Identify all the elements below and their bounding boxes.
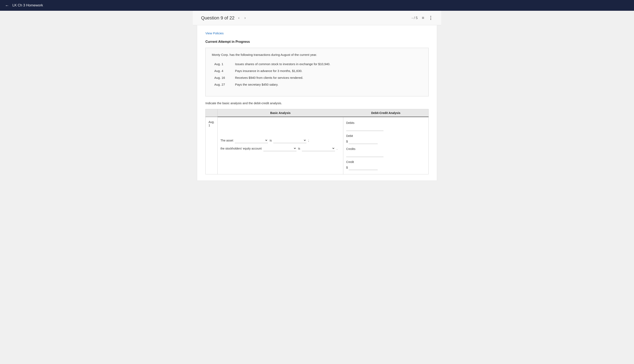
- transaction-desc-1: Issues shares of common stock to investo…: [233, 60, 422, 68]
- top-navigation: ← LK Ch 3 Homework: [0, 0, 634, 11]
- back-icon: ←: [5, 3, 9, 8]
- debit-credit-cell: Debits Debit $: [343, 117, 429, 174]
- credit-label: Credit: [346, 160, 426, 164]
- question-number: Question 9 of 22: [201, 15, 234, 21]
- debit-dollar-wrap: $: [346, 139, 426, 144]
- debit-dollar-sign: $: [346, 140, 348, 143]
- equity-change-select[interactable]: increased decreased: [302, 146, 335, 151]
- aug1-row-label: Aug. 1: [205, 117, 218, 174]
- more-options-icon[interactable]: ⋮: [429, 15, 433, 21]
- indicate-text: Indicate the basic analysis and the debi…: [205, 101, 429, 105]
- debit-label: Debit: [346, 134, 426, 138]
- transaction-desc-3: Receives $940 from clients for services …: [233, 74, 422, 81]
- transaction-table: Aug. 1 Issues shares of common stock to …: [212, 60, 422, 88]
- aug1-equity-row: the stockholders' equity account Common …: [221, 146, 340, 151]
- score-display: - / 5: [412, 16, 418, 20]
- is-label-1: is: [270, 139, 272, 142]
- question-header-left: Question 9 of 22 ‹ ›: [201, 15, 247, 21]
- credits-label: Credits: [346, 147, 426, 150]
- transaction-date-3: Aug. 16: [212, 74, 233, 81]
- credit-amount-input[interactable]: [349, 165, 378, 170]
- transaction-date-4: Aug. 27: [212, 81, 233, 88]
- question-header: Question 9 of 22 ‹ › - / 5 ≡ ⋮: [193, 11, 441, 25]
- credit-dollar-sign: $: [346, 166, 348, 169]
- debits-label: Debits: [346, 121, 426, 124]
- equity-account-select[interactable]: Common Stock Retained Earnings Service R…: [263, 146, 297, 151]
- next-question-button[interactable]: ›: [243, 15, 247, 21]
- credit-dollar-wrap: $: [346, 165, 426, 170]
- is-label-2: is: [298, 147, 300, 150]
- credits-row: Credits: [346, 147, 426, 157]
- view-policies-link[interactable]: View Policies: [205, 32, 429, 35]
- debits-input[interactable]: [346, 126, 383, 131]
- credit-amount-row: Credit $: [346, 160, 426, 170]
- the-asset-label: The asset: [221, 139, 233, 142]
- basic-analysis-cell: The asset Cash Prepaid Insurance Common …: [218, 117, 343, 174]
- analysis-table: Basic Analysis Debit-Credit Analysis Aug…: [205, 109, 429, 174]
- transaction-desc-4: Pays the secretary $450 salary.: [233, 81, 422, 88]
- debit-amount-input[interactable]: [349, 139, 378, 144]
- table-row: Aug. 16 Receives $940 from clients for s…: [212, 74, 422, 81]
- transaction-desc-2: Pays insurance in advance for 3 months, …: [233, 68, 422, 74]
- debit-credit-section: Debits Debit $: [346, 119, 426, 172]
- question-header-right: - / 5 ≡ ⋮: [412, 15, 433, 21]
- asset-select[interactable]: Cash Prepaid Insurance Common Stock: [235, 138, 268, 143]
- prev-question-button[interactable]: ‹: [237, 15, 241, 21]
- nav-title: LK Ch 3 Homework: [13, 3, 43, 8]
- basic-analysis-header: Basic Analysis: [218, 109, 343, 117]
- content-area: View Policies Current Attempt in Progres…: [197, 25, 437, 181]
- debit-amount-row: Debit $: [346, 134, 426, 144]
- aug1-row: Aug. 1 The asset Cash Prepaid Insurance …: [205, 117, 429, 174]
- table-row: Aug. 4 Pays insurance in advance for 3 m…: [212, 68, 422, 74]
- transaction-date-2: Aug. 4: [212, 68, 233, 74]
- problem-box: Monty Corp. has the following transactio…: [205, 48, 429, 96]
- stockholders-equity-label: the stockholders' equity account: [221, 147, 262, 150]
- problem-intro: Monty Corp. has the following transactio…: [212, 53, 422, 56]
- table-row: Aug. 1 Issues shares of common stock to …: [212, 60, 422, 68]
- debit-credit-header: Debit-Credit Analysis: [343, 109, 429, 117]
- transaction-date-1: Aug. 1: [212, 60, 233, 68]
- semicolon: ;: [308, 139, 309, 142]
- empty-header: [205, 109, 218, 117]
- period: .: [337, 147, 337, 150]
- list-icon[interactable]: ≡: [422, 16, 424, 20]
- credits-input[interactable]: [346, 152, 383, 157]
- debits-row: Debits: [346, 121, 426, 131]
- attempt-heading: Current Attempt in Progress: [205, 40, 429, 44]
- back-button[interactable]: ←: [5, 3, 9, 8]
- asset-change-select[interactable]: increased decreased: [273, 138, 306, 143]
- table-row: Aug. 27 Pays the secretary $450 salary.: [212, 81, 422, 88]
- aug1-asset-row: The asset Cash Prepaid Insurance Common …: [221, 138, 340, 143]
- main-container: Question 9 of 22 ‹ › - / 5 ≡ ⋮ View Poli…: [193, 11, 441, 189]
